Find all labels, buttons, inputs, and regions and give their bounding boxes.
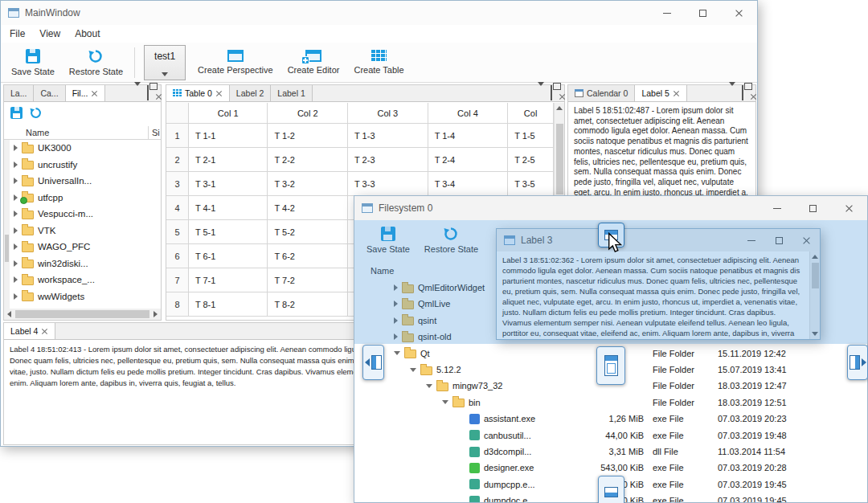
chevron-right-icon[interactable] xyxy=(14,178,18,184)
create-perspective-button[interactable]: Create Perspective xyxy=(190,44,280,81)
tree-row[interactable]: UK3000 xyxy=(4,140,161,156)
table-cell[interactable]: T 6-2 xyxy=(268,244,348,268)
dock-indicator-bottom[interactable] xyxy=(598,476,624,503)
tab-close-icon[interactable] xyxy=(91,90,98,97)
tab-close-icon[interactable] xyxy=(41,328,48,335)
save-state-button[interactable]: Save State xyxy=(4,44,62,81)
menu-item-file[interactable]: File xyxy=(2,26,32,42)
chevron-right-icon[interactable] xyxy=(14,145,18,151)
column-header[interactable]: Col 3 xyxy=(348,103,428,124)
table-cell[interactable]: T 3-2 xyxy=(268,172,348,196)
tab-close-icon[interactable] xyxy=(215,90,223,97)
table-cell[interactable]: T 3-1 xyxy=(189,172,268,196)
table-cell[interactable]: T 7-2 xyxy=(268,268,348,292)
scroll-left-icon[interactable] xyxy=(7,311,11,317)
table-cell[interactable]: T 6-1 xyxy=(189,244,268,268)
table-cell[interactable]: T 7-1 xyxy=(189,268,268,292)
table-cell[interactable]: T 5-2 xyxy=(268,220,348,244)
row-number[interactable]: 2 xyxy=(166,148,189,172)
tree-row[interactable]: utfcpp xyxy=(4,190,161,206)
tree-row[interactable]: Vespucci-m... xyxy=(4,206,161,222)
chevron-down-icon[interactable] xyxy=(394,351,400,355)
chevron-right-icon[interactable] xyxy=(14,194,18,201)
row-number[interactable]: 8 xyxy=(166,292,189,317)
main-window-titlebar[interactable]: MainWindow xyxy=(1,1,757,25)
chevron-right-icon[interactable] xyxy=(14,260,18,267)
tab-table-0[interactable]: Table 0 xyxy=(166,85,230,101)
tab-label-4[interactable]: Label 4 xyxy=(4,323,55,339)
float-dock-button[interactable] xyxy=(147,86,149,100)
row-number[interactable]: 3 xyxy=(166,172,189,196)
tree-horizontal-scrollbar[interactable] xyxy=(4,309,161,320)
dock-indicator-left[interactable] xyxy=(362,345,384,380)
fs-tree-row[interactable]: binFile Folder18.03.2019 12:51 xyxy=(354,395,867,411)
table-cell[interactable]: T 3-4 xyxy=(428,172,509,196)
scroll-right-icon[interactable] xyxy=(154,311,158,317)
tree-row[interactable]: win32diski... xyxy=(4,256,161,272)
create-editor-button[interactable]: Create Editor xyxy=(280,44,347,81)
scrollbar-thumb[interactable] xyxy=(556,124,563,194)
scroll-up-icon[interactable] xyxy=(556,106,563,110)
filesystem-titlebar[interactable]: Filesystem 0 xyxy=(354,196,867,220)
table-cell[interactable]: T 1-2 xyxy=(268,124,348,148)
fs-tree-row[interactable]: d3dcompil...3,31 MiBdll File11.03.2014 1… xyxy=(354,444,867,460)
tree-row[interactable]: VTK xyxy=(4,223,161,239)
tree-vertical-scrollbar[interactable] xyxy=(4,140,10,309)
tree-row[interactable]: uncrustify xyxy=(4,157,161,173)
column-header[interactable]: Col 4 xyxy=(428,103,509,124)
row-number[interactable]: 4 xyxy=(166,196,189,220)
tab-fil[interactable]: Fil... xyxy=(66,85,106,101)
table-cell[interactable]: T 1-4 xyxy=(428,124,509,148)
table-cell[interactable]: T 2-4 xyxy=(428,148,509,172)
close-button[interactable] xyxy=(831,196,867,220)
chevron-right-icon[interactable] xyxy=(14,293,18,300)
chevron-right-icon[interactable] xyxy=(14,276,18,283)
table-cell[interactable]: T 5-1 xyxy=(189,220,268,244)
close-button[interactable] xyxy=(721,1,757,25)
restore-state-icon-button[interactable] xyxy=(30,107,42,119)
perspective-combobox[interactable]: test1 xyxy=(144,45,186,80)
table-cell[interactable]: T 4-1 xyxy=(189,196,268,220)
table-cell[interactable]: T 2-3 xyxy=(348,148,428,172)
table-cell[interactable]: T 8-2 xyxy=(268,292,348,317)
chevron-right-icon[interactable] xyxy=(14,211,18,217)
menu-item-view[interactable]: View xyxy=(32,26,68,42)
maximize-button[interactable] xyxy=(685,1,721,25)
tree-row[interactable]: wwWidgets xyxy=(4,288,161,305)
menu-item-about[interactable]: About xyxy=(68,26,107,42)
tab-list-button[interactable] xyxy=(729,86,735,100)
dock-indicator-right[interactable] xyxy=(847,345,868,380)
float-dock-button[interactable] xyxy=(742,86,743,100)
tree-row[interactable]: workspace_... xyxy=(4,272,161,288)
tab-label-5[interactable]: Label 5 xyxy=(635,85,686,101)
chevron-down-icon[interactable] xyxy=(426,384,432,388)
name-column-header[interactable]: Name xyxy=(26,128,49,137)
restore-state-button[interactable]: Restore State xyxy=(62,44,130,81)
tab-la[interactable]: La... xyxy=(4,85,34,101)
tab-list-button[interactable] xyxy=(538,86,544,100)
chevron-right-icon[interactable] xyxy=(14,162,18,168)
minimize-button[interactable] xyxy=(649,1,685,25)
column-header[interactable]: Col xyxy=(508,103,554,124)
dock-indicator-center[interactable] xyxy=(596,346,625,385)
table-cell[interactable]: T 1-3 xyxy=(348,124,428,148)
tree-row[interactable]: UniversalIn... xyxy=(4,173,161,189)
table-cell[interactable]: T 1-5 xyxy=(508,124,554,148)
table-cell[interactable]: T 3-5 xyxy=(508,172,554,196)
tab-close-icon[interactable] xyxy=(673,90,680,97)
column-header[interactable]: Col 2 xyxy=(268,103,348,124)
row-number[interactable]: 5 xyxy=(166,220,189,244)
row-number[interactable]: 6 xyxy=(166,244,189,268)
scrollbar-thumb[interactable] xyxy=(5,235,9,262)
tab-label-1[interactable]: Label 1 xyxy=(271,85,312,101)
tab-ca[interactable]: Ca... xyxy=(34,85,65,101)
chevron-right-icon[interactable] xyxy=(14,227,18,234)
table-cell[interactable]: T 2-1 xyxy=(189,148,268,172)
tree-row[interactable]: WAGO_PFC xyxy=(4,239,161,255)
tab-calendar-0[interactable]: Calendar 0 xyxy=(568,85,635,101)
tab-list-button[interactable] xyxy=(134,86,141,100)
chevron-down-icon[interactable] xyxy=(442,400,448,404)
maximize-button[interactable] xyxy=(795,196,831,220)
table-cell[interactable]: T 1-1 xyxy=(189,124,268,148)
fs-tree-row[interactable]: designer.exe543,00 KiBexe File07.03.2019… xyxy=(354,460,867,476)
